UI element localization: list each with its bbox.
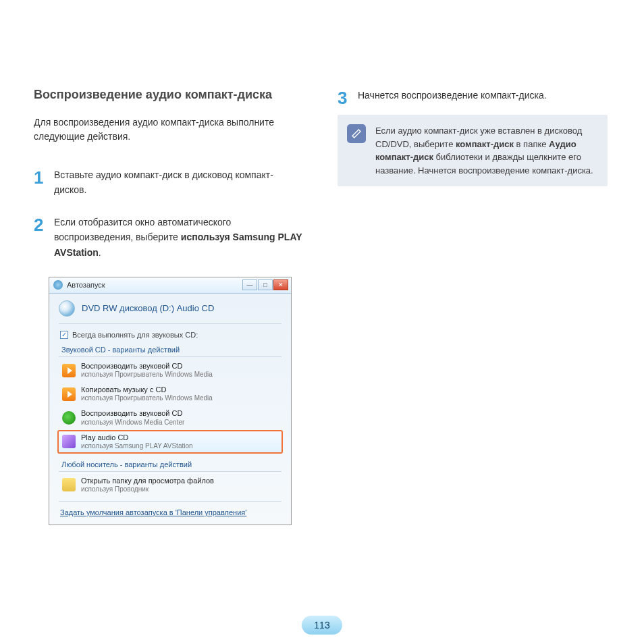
always-label: Всегда выполнять для звуковых CD:	[72, 331, 198, 339]
autoplay-icon	[53, 280, 63, 290]
note-pencil-icon	[347, 124, 366, 143]
section-title: Воспроизведение аудио компакт-диска	[34, 88, 304, 102]
autoplay-window: Автозапуск — □ ✕ DVD RW дисковод (D:) Au…	[49, 277, 292, 525]
folder-icon	[62, 478, 76, 491]
option-rip-wmp[interactable]: Копировать музыку с CD используя Проигры…	[57, 382, 283, 406]
page-number: 113	[302, 616, 342, 635]
maximize-button[interactable]: □	[258, 279, 273, 290]
note-box: Если аудио компакт-диск уже вставлен в д…	[338, 115, 608, 186]
step-number-2: 2	[34, 211, 43, 240]
option-list-2: Открыть папку для просмотра файлов испол…	[49, 473, 291, 500]
disc-icon	[59, 300, 75, 317]
note-text: Если аудио компакт-диск уже вставлен в д…	[375, 124, 598, 177]
step-2: 2 Если отобразится окно автоматического …	[34, 215, 304, 260]
option-open-folder[interactable]: Открыть папку для просмотра файлов испол…	[57, 473, 283, 497]
play-icon	[62, 364, 76, 377]
group-any-media: Любой носитель - варианты действий	[49, 456, 291, 470]
intro-text: Для воспроизведения аудио компакт-диска …	[34, 115, 304, 144]
drive-row: DVD RW дисковод (D:) Audio CD	[49, 294, 291, 322]
step-3-text: Начнется воспроизведение компакт-диска.	[358, 88, 608, 103]
step-1: 1 Вставьте аудио компакт-диск в дисковод…	[34, 167, 304, 198]
samsung-icon	[62, 435, 76, 448]
play-icon	[62, 387, 76, 401]
step-2-text: Если отобразится окно автоматического во…	[54, 215, 304, 260]
step-3: 3 Начнется воспроизведение компакт-диска…	[338, 88, 608, 103]
always-checkbox[interactable]: ✓	[60, 331, 68, 339]
close-button[interactable]: ✕	[273, 279, 288, 290]
step-number-3: 3	[338, 84, 347, 113]
media-center-icon	[62, 411, 76, 425]
option-play-samsung[interactable]: Play audio CD используя Samsung PLAY AVS…	[57, 430, 283, 454]
window-titlebar: Автозапуск — □ ✕	[49, 277, 291, 294]
group-audio-cd: Звуковой CD - варианты действий	[49, 342, 291, 355]
step-1-text: Вставьте аудио компакт-диск в дисковод к…	[54, 167, 304, 198]
window-title: Автозапуск	[67, 281, 242, 289]
option-play-wmp[interactable]: Воспроизводить звуковой CD используя Про…	[57, 358, 283, 382]
minimize-button[interactable]: —	[242, 279, 257, 290]
step-number-1: 1	[34, 164, 43, 192]
drive-label: DVD RW дисковод (D:) Audio CD	[82, 303, 214, 313]
always-row: ✓ Всегда выполнять для звуковых CD:	[49, 325, 291, 342]
option-play-mc[interactable]: Воспроизводить звуковой CD используя Win…	[57, 406, 283, 429]
autoplay-defaults-link[interactable]: Задать умолчания автозапуска в 'Панели у…	[60, 508, 246, 516]
option-list-1: Воспроизводить звуковой CD используя Про…	[49, 358, 291, 456]
